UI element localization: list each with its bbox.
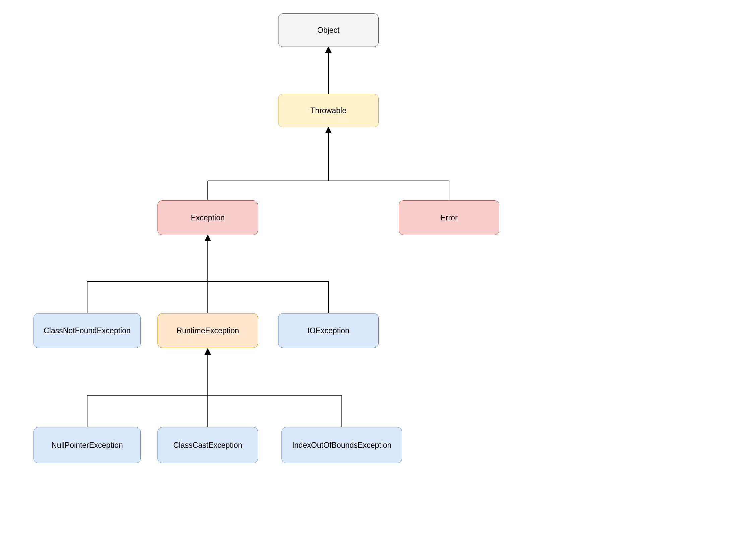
node-classnotfoundexception: ClassNotFoundException: [34, 313, 141, 348]
node-throwable: Throwable: [278, 94, 379, 127]
edges-layer: [0, 0, 756, 556]
node-nullpointerexception: NullPointerException: [34, 427, 141, 463]
node-error: Error: [399, 200, 499, 235]
node-classcastexception: ClassCastException: [158, 427, 258, 463]
node-exception: Exception: [158, 200, 258, 235]
node-runtimeexception: RuntimeException: [158, 313, 258, 348]
node-ioexception: IOException: [278, 313, 379, 348]
node-indexoutofboundsexception: IndexOutOfBoundsException: [282, 427, 402, 463]
node-object: Object: [278, 13, 379, 47]
diagram-canvas: Object Throwable Exception Error ClassNo…: [0, 0, 756, 556]
